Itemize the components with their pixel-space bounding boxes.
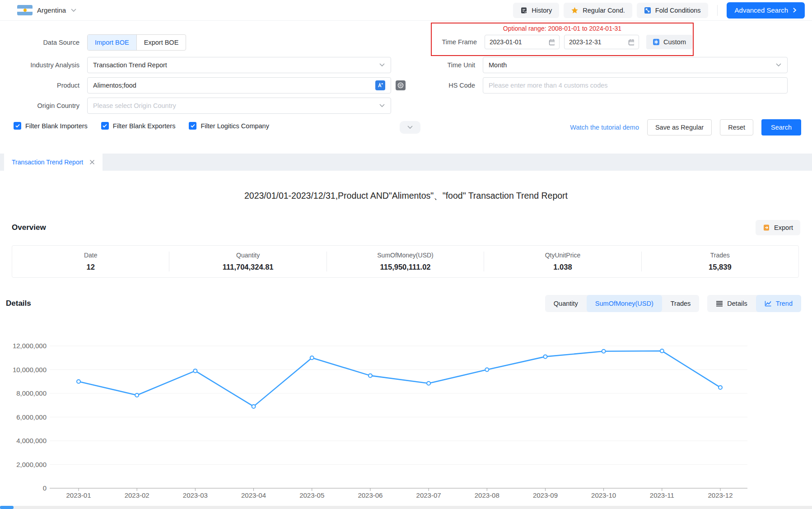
country-name: Argentina (37, 6, 66, 14)
checkbox-checked-icon (101, 122, 109, 130)
svg-text:2,000,000: 2,000,000 (16, 461, 47, 468)
product-label: Product (7, 82, 79, 89)
metric-tab-quantity[interactable]: Quantity (545, 295, 587, 312)
svg-text:0: 0 (43, 484, 47, 492)
optional-range-text: Optional range: 2008-01-01 to 2024-01-31 (432, 25, 693, 32)
svg-text:2023-01: 2023-01 (66, 491, 91, 499)
regular-cond-button[interactable]: Regular Cond. (564, 3, 632, 18)
end-date-input[interactable] (569, 38, 625, 46)
fold-conditions-label: Fold Conditions (655, 7, 701, 14)
filter-blank-importers-checkbox[interactable]: Filter Blank Importers (14, 122, 88, 130)
time-unit-select[interactable]: Month (483, 57, 788, 73)
topbar-divider (717, 5, 718, 16)
checkbox-checked-icon (14, 122, 21, 130)
stat-quantity: Quantity 111,704,324.81 (169, 252, 327, 271)
custom-label: Custom (663, 38, 686, 46)
stat-value: 15,839 (642, 263, 798, 271)
svg-text:10,000,000: 10,000,000 (13, 366, 47, 374)
calendar-icon (628, 39, 634, 46)
view-tab-details[interactable]: Details (707, 295, 756, 312)
stat-trades: Trades 15,839 (642, 252, 798, 271)
tab-import-boe[interactable]: Import BOE (88, 35, 136, 50)
history-button[interactable]: History (513, 3, 559, 18)
filter-blank-exporters-checkbox[interactable]: Filter Blank Exporters (101, 122, 176, 130)
svg-text:2023-05: 2023-05 (299, 491, 324, 499)
save-as-regular-button[interactable]: Save as Regular (647, 119, 712, 135)
metric-tab-trades[interactable]: Trades (662, 295, 700, 312)
stat-label: Quantity (169, 252, 326, 259)
industry-analysis-label: Industry Analysis (7, 61, 79, 69)
svg-text:2023-04: 2023-04 (241, 491, 266, 499)
chevron-down-icon (775, 63, 782, 67)
export-button[interactable]: Export (756, 220, 800, 235)
overview-card: Date 12 Quantity 111,704,324.81 SumOfMon… (12, 245, 799, 278)
search-actions: Watch the tutorial demo Save as Regular … (570, 119, 801, 135)
tab-export-boe[interactable]: Export BOE (136, 35, 186, 50)
svg-text:6,000,000: 6,000,000 (16, 413, 47, 421)
fold-conditions-button[interactable]: Fold Conditions (637, 3, 708, 18)
hs-code-input[interactable] (489, 82, 782, 89)
stat-qty-unit-price: QtyUnitPrice 1.038 (484, 252, 641, 271)
stat-sum-of-money: SumOfMoney(USD) 115,950,111.02 (327, 252, 484, 271)
tab-transaction-trend-report[interactable]: Transaction Trend Report (4, 154, 103, 171)
reset-button[interactable]: Reset (720, 119, 753, 135)
hs-code-label: HS Code (402, 82, 475, 89)
trend-chart-icon (765, 300, 772, 307)
overview-heading: Overview (12, 223, 46, 232)
svg-text:2023-09: 2023-09 (533, 491, 558, 499)
stat-value: 115,950,111.02 (327, 263, 484, 271)
start-date-input[interactable] (490, 38, 546, 46)
tab-label: Transaction Trend Report (12, 159, 83, 166)
history-label: History (532, 7, 552, 14)
translate-icon[interactable] (375, 80, 385, 90)
svg-text:2023-08: 2023-08 (475, 491, 499, 499)
stat-label: Date (12, 252, 169, 259)
topbar: Argentina History Regular Cond. Fold Con… (0, 0, 812, 21)
argentina-flag-icon (17, 5, 33, 15)
checkbox-checked-icon (189, 122, 196, 130)
view-tab-trend[interactable]: Trend (756, 295, 801, 312)
svg-text:2023-02: 2023-02 (125, 491, 149, 499)
end-date-field (564, 35, 639, 49)
svg-text:2023-12: 2023-12 (708, 491, 733, 499)
tutorial-demo-link[interactable]: Watch the tutorial demo (570, 124, 639, 131)
close-icon[interactable] (89, 159, 95, 165)
advanced-search-button[interactable]: Advanced Search (727, 2, 805, 19)
star-icon (571, 7, 579, 14)
table-icon (716, 300, 723, 307)
expand-conditions-button[interactable] (400, 121, 420, 134)
view-trend-label: Trend (776, 300, 793, 307)
details-heading: Details (6, 299, 31, 308)
stat-label: QtyUnitPrice (484, 252, 641, 259)
svg-text:2023-10: 2023-10 (591, 491, 616, 499)
svg-text:4,000,000: 4,000,000 (16, 437, 47, 444)
product-input[interactable] (93, 82, 375, 89)
scrollbar-thumb[interactable] (0, 506, 14, 509)
svg-text:8,000,000: 8,000,000 (16, 389, 47, 397)
time-frame-label: Time Frame (440, 38, 477, 46)
hs-code-field (483, 77, 788, 93)
filter-logitics-company-checkbox[interactable]: Filter Logitics Company (189, 122, 269, 130)
advanced-search-label: Advanced Search (735, 6, 788, 14)
industry-analysis-select[interactable]: Transaction Trend Report (87, 57, 391, 73)
export-file-icon (763, 224, 770, 231)
filter-checkbox-row: Filter Blank Importers Filter Blank Expo… (14, 122, 269, 130)
time-unit-value: Month (489, 61, 507, 69)
origin-country-select[interactable]: Please select Origin Country (87, 98, 391, 114)
calendar-icon (549, 39, 555, 46)
country-selector[interactable]: Argentina (17, 5, 77, 15)
filter-blank-importers-label: Filter Blank Importers (25, 122, 88, 130)
origin-country-label: Origin Country (7, 102, 79, 109)
search-button[interactable]: Search (761, 119, 801, 135)
horizontal-scrollbar[interactable] (0, 506, 812, 509)
metric-toggle-group: Quantity SumOfMoney(USD) Trades (545, 295, 700, 312)
view-details-label: Details (727, 300, 747, 307)
metric-tab-sum-of-money[interactable]: SumOfMoney(USD) (587, 295, 662, 312)
time-frame-highlight-box: Optional range: 2008-01-01 to 2024-01-31… (431, 23, 694, 56)
svg-text:12,000,000: 12,000,000 (13, 342, 47, 350)
time-unit-label: Time Unit (402, 61, 475, 69)
data-source-tabs: Import BOE Export BOE (87, 34, 186, 51)
regular-cond-label: Regular Cond. (583, 7, 625, 14)
custom-range-button[interactable]: Custom (646, 35, 692, 49)
trend-chart[interactable]: 02,000,0004,000,0006,000,0008,000,00010,… (0, 333, 812, 507)
